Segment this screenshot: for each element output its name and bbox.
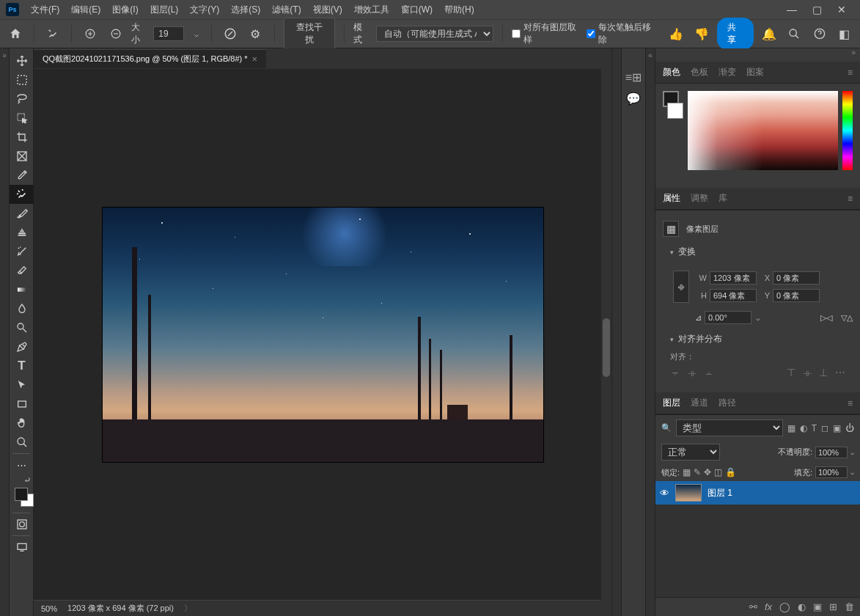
filter-toggle-icon[interactable]: ⏻ xyxy=(845,423,854,433)
quick-mask-icon[interactable] xyxy=(10,515,34,534)
x-input[interactable] xyxy=(773,271,820,285)
pen-tool[interactable] xyxy=(10,337,34,356)
clone-stamp-tool[interactable] xyxy=(10,223,34,242)
gradient-tool[interactable] xyxy=(10,280,34,299)
gear-icon[interactable]: ⚙ xyxy=(246,23,265,44)
frame-tool[interactable] xyxy=(10,147,34,166)
panel-menu-icon[interactable]: ≡ xyxy=(848,67,853,78)
adjustment-layer-icon[interactable]: ◐ xyxy=(798,601,806,612)
help-icon[interactable] xyxy=(810,23,829,44)
tab-properties[interactable]: 属性 xyxy=(663,188,680,209)
brush-settings-icon[interactable] xyxy=(221,23,240,44)
marquee-tool[interactable] xyxy=(10,70,34,89)
layer-item[interactable]: 👁 图层 1 xyxy=(655,481,860,505)
hue-slider[interactable] xyxy=(842,91,853,170)
rectangle-tool[interactable] xyxy=(10,395,34,414)
filter-search-icon[interactable]: 🔍 xyxy=(661,423,672,433)
canvas[interactable] xyxy=(34,69,611,600)
menu-filter[interactable]: 滤镜(T) xyxy=(266,1,306,19)
path-select-tool[interactable] xyxy=(10,375,34,395)
window-close[interactable]: ✕ xyxy=(829,1,854,18)
object-select-tool[interactable] xyxy=(10,109,34,128)
layer-name[interactable]: 图层 1 xyxy=(708,487,732,499)
panel-menu-icon[interactable]: ≡ xyxy=(848,398,853,408)
eraser-tool[interactable] xyxy=(10,261,34,280)
menu-file[interactable]: 文件(F) xyxy=(25,1,65,19)
tab-gradients[interactable]: 渐变 xyxy=(718,62,736,83)
chevron-right-icon[interactable]: » xyxy=(2,51,7,59)
dodge-tool[interactable] xyxy=(10,318,34,337)
color-swatches[interactable] xyxy=(12,488,30,508)
menu-help[interactable]: 帮助(H) xyxy=(438,1,480,19)
menu-select[interactable]: 选择(S) xyxy=(225,1,266,19)
angle-input[interactable] xyxy=(705,311,751,324)
hand-tool[interactable] xyxy=(10,414,34,433)
color-spectrum[interactable] xyxy=(688,91,838,170)
vertical-scrollbar[interactable] xyxy=(601,69,611,616)
status-arrow-icon[interactable]: 〉 xyxy=(184,603,192,614)
flip-v-icon[interactable]: ▽△ xyxy=(841,313,853,323)
chevron-left-icon[interactable]: « xyxy=(648,51,653,59)
collapse-panels-icon[interactable]: » xyxy=(851,48,856,62)
delete-layer-icon[interactable]: 🗑 xyxy=(845,601,854,612)
eyedropper-tool[interactable] xyxy=(10,166,34,185)
find-distractions-button[interactable]: 查找干扰 xyxy=(284,18,336,50)
brush-tool[interactable] xyxy=(10,204,34,223)
menu-window[interactable]: 窗口(W) xyxy=(395,1,438,19)
tab-libraries[interactable]: 库 xyxy=(718,188,727,209)
add-brush-icon[interactable] xyxy=(81,23,100,44)
sample-all-layers-checkbox[interactable]: 对所有图层取样 xyxy=(512,21,581,46)
share-button[interactable]: 共享 xyxy=(717,18,754,50)
lock-artboard-icon[interactable]: ◫ xyxy=(714,467,722,477)
type-tool[interactable]: T xyxy=(10,356,34,375)
new-layer-icon[interactable]: ⊞ xyxy=(829,601,837,612)
tool-preset-icon[interactable] xyxy=(43,23,62,44)
layer-filter-select[interactable]: 类型 xyxy=(676,419,783,436)
size-dropdown-icon[interactable]: ⌵ xyxy=(190,23,202,44)
crop-tool[interactable] xyxy=(10,128,34,147)
layer-mask-icon[interactable]: ◯ xyxy=(779,601,790,612)
lock-position-icon[interactable]: ✥ xyxy=(704,467,711,477)
lock-paint-icon[interactable]: ✎ xyxy=(694,467,701,477)
lasso-tool[interactable] xyxy=(10,89,34,109)
filter-adjust-icon[interactable]: ◐ xyxy=(800,423,807,433)
swap-colors-icon[interactable]: ⤾ xyxy=(10,474,34,485)
remove-after-stroke-checkbox[interactable]: 每次笔触后移除 xyxy=(587,21,655,46)
zoom-tool[interactable] xyxy=(10,433,34,452)
blend-mode-select[interactable]: 正常 xyxy=(661,444,720,461)
bell-icon[interactable]: 🔔 xyxy=(760,23,779,44)
tab-channels[interactable]: 通道 xyxy=(691,392,708,414)
mode-select[interactable]: 自动（可能使用生成式 AI） xyxy=(376,26,493,42)
lock-pixels-icon[interactable]: ▦ xyxy=(683,467,691,477)
tab-layers[interactable]: 图层 xyxy=(663,392,680,414)
remove-brush-icon[interactable] xyxy=(106,23,125,44)
move-tool[interactable] xyxy=(10,51,34,70)
menu-edit[interactable]: 编辑(E) xyxy=(65,1,106,19)
tab-adjustments[interactable]: 调整 xyxy=(691,188,708,209)
opacity-dropdown-icon[interactable]: ⌵ xyxy=(850,449,854,456)
doc-dimensions[interactable]: 1203 像素 x 694 像素 (72 ppi) xyxy=(67,603,174,614)
align-section[interactable]: ▾对齐并分布 xyxy=(663,329,853,350)
layer-fx-icon[interactable]: fx xyxy=(765,601,772,612)
tab-swatches[interactable]: 色板 xyxy=(691,62,708,83)
tab-patterns[interactable]: 图案 xyxy=(746,62,764,83)
angle-dropdown-icon[interactable]: ⌵ xyxy=(756,314,760,322)
zoom-level[interactable]: 50% xyxy=(41,604,57,613)
menu-view[interactable]: 视图(V) xyxy=(307,1,348,19)
tab-color[interactable]: 颜色 xyxy=(663,62,680,83)
lock-all-icon[interactable]: 🔒 xyxy=(725,467,736,477)
window-minimize[interactable]: — xyxy=(779,1,804,18)
document-tab[interactable]: QQ截图20241021171536.png @ 50% (图层 1, RGB/… xyxy=(34,49,266,68)
filter-shape-icon[interactable]: ◻ xyxy=(821,423,828,433)
spot-healing-tool[interactable] xyxy=(10,185,34,204)
panel-menu-icon[interactable]: ≡ xyxy=(848,194,853,204)
opacity-input[interactable] xyxy=(815,447,848,458)
fill-input[interactable] xyxy=(815,466,848,478)
window-maximize[interactable]: ▢ xyxy=(804,1,829,18)
y-input[interactable] xyxy=(773,289,820,302)
visibility-icon[interactable]: 👁 xyxy=(660,488,669,499)
align-more-icon[interactable]: ⋯ xyxy=(835,367,845,379)
flip-h-icon[interactable]: ▷◁ xyxy=(820,313,832,323)
background-swatch[interactable] xyxy=(667,103,683,119)
group-icon[interactable]: ▣ xyxy=(813,601,822,612)
